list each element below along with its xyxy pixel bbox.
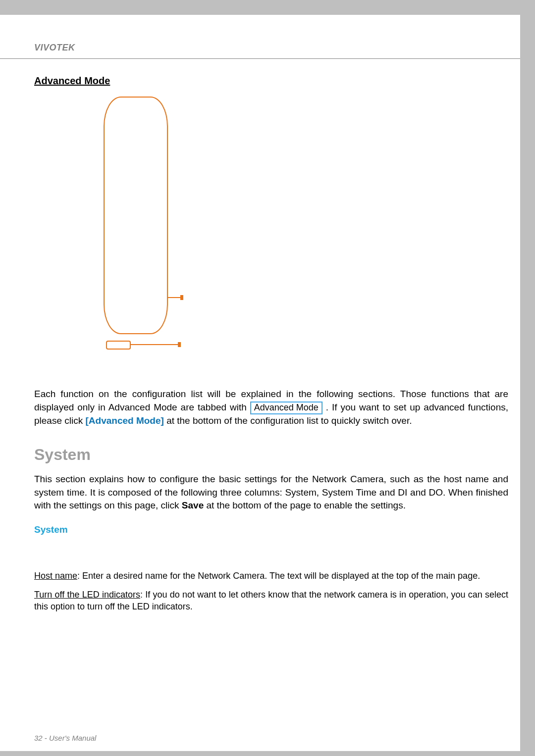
system-title: System — [34, 446, 508, 464]
diagram-connector-2 — [131, 344, 178, 345]
system-paragraph: This section explains how to configure t… — [34, 473, 508, 512]
intro-text-2b: at the bottom of the configuration list … — [166, 415, 412, 426]
diagram-connector-1 — [168, 297, 180, 298]
diagram-main-box — [104, 97, 168, 334]
led-paragraph: Turn off the LED indicators: If you do n… — [34, 589, 508, 613]
save-label: Save — [182, 500, 204, 510]
diagram-connector-2-end — [178, 342, 181, 347]
host-name-label: Host name — [34, 571, 77, 581]
advanced-mode-link-text: [Advanced Mode] — [86, 415, 164, 426]
footer: 32 - User's Manual — [34, 734, 96, 742]
diagram-area — [99, 97, 321, 379]
system-subheading: System — [34, 524, 508, 535]
header-divider — [0, 58, 520, 59]
content-area: Advanced Mode Each function on the confi… — [34, 64, 508, 613]
diagram-small-box — [106, 341, 131, 350]
page-number: 32 — [34, 734, 43, 742]
advanced-mode-tag: Advanced Mode — [250, 402, 322, 415]
led-label: Turn off the LED indicators — [34, 590, 140, 600]
diagram-connector-1-end — [180, 295, 183, 300]
system-text-2: at the bottom of the page to enable the … — [206, 500, 405, 510]
host-name-text: : Enter a desired name for the Network C… — [77, 571, 480, 581]
host-name-paragraph: Host name: Enter a desired name for the … — [34, 570, 508, 582]
footer-sep: - — [45, 734, 49, 742]
intro-paragraph: Each function on the configuration list … — [34, 388, 508, 428]
advanced-mode-heading: Advanced Mode — [34, 75, 508, 87]
brand-label: VIVOTEK — [34, 43, 75, 53]
footer-title: User's Manual — [49, 734, 96, 742]
